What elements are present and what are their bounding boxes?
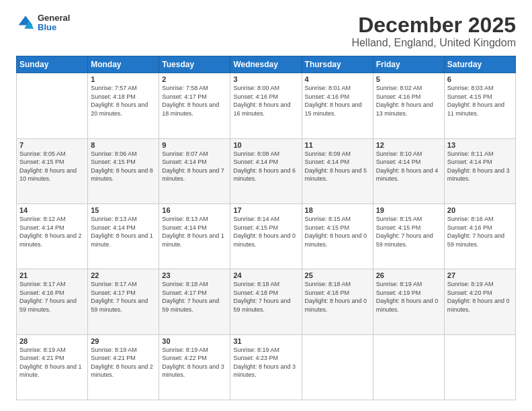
day-info: Sunrise: 8:00 AMSunset: 4:16 PMDaylight:… xyxy=(233,84,298,118)
day-number: 20 xyxy=(447,206,513,214)
day-info: Sunrise: 8:07 AMSunset: 4:14 PMDaylight:… xyxy=(162,150,227,183)
day-number: 31 xyxy=(233,337,298,345)
day-info: Sunrise: 8:03 AMSunset: 4:15 PMDaylight:… xyxy=(447,84,513,118)
day-number: 6 xyxy=(447,75,513,83)
day-cell xyxy=(444,334,515,400)
page-subtitle: Helland, England, United Kingdom xyxy=(351,37,516,49)
day-cell: 15Sunrise: 8:13 AMSunset: 4:14 PMDayligh… xyxy=(88,203,159,269)
day-cell: 19Sunrise: 8:15 AMSunset: 4:15 PMDayligh… xyxy=(373,203,444,269)
day-cell: 24Sunrise: 8:18 AMSunset: 4:18 PMDayligh… xyxy=(230,269,302,334)
day-cell: 28Sunrise: 8:19 AMSunset: 4:21 PMDayligh… xyxy=(17,334,88,400)
day-cell: 20Sunrise: 8:16 AMSunset: 4:16 PMDayligh… xyxy=(444,203,515,269)
day-info: Sunrise: 8:17 AMSunset: 4:17 PMDaylight:… xyxy=(91,280,156,314)
header-cell-monday: Monday xyxy=(88,56,159,73)
day-info: Sunrise: 8:05 AMSunset: 4:15 PMDaylight:… xyxy=(19,150,85,183)
day-cell: 16Sunrise: 8:13 AMSunset: 4:14 PMDayligh… xyxy=(159,203,230,269)
day-number: 7 xyxy=(19,141,85,149)
header-cell-tuesday: Tuesday xyxy=(159,56,230,73)
day-number: 11 xyxy=(305,141,370,149)
day-info: Sunrise: 8:02 AMSunset: 4:16 PMDaylight:… xyxy=(376,84,441,118)
day-info: Sunrise: 8:09 AMSunset: 4:14 PMDaylight:… xyxy=(305,150,370,183)
page-title: December 2025 xyxy=(351,13,516,37)
day-number: 22 xyxy=(91,271,156,279)
day-info: Sunrise: 8:10 AMSunset: 4:14 PMDaylight:… xyxy=(376,150,441,183)
day-number: 2 xyxy=(162,75,227,83)
day-number: 8 xyxy=(91,141,156,149)
day-cell: 23Sunrise: 8:18 AMSunset: 4:17 PMDayligh… xyxy=(159,269,230,334)
week-row-2: 7Sunrise: 8:05 AMSunset: 4:15 PMDaylight… xyxy=(17,138,516,203)
day-number: 4 xyxy=(305,75,370,83)
day-info: Sunrise: 7:57 AMSunset: 4:18 PMDaylight:… xyxy=(91,84,156,118)
day-cell: 5Sunrise: 8:02 AMSunset: 4:16 PMDaylight… xyxy=(373,73,444,138)
day-cell xyxy=(17,73,88,138)
day-cell: 18Sunrise: 8:15 AMSunset: 4:15 PMDayligh… xyxy=(302,203,373,269)
logo-text: General Blue xyxy=(38,13,70,33)
day-cell: 4Sunrise: 8:01 AMSunset: 4:16 PMDaylight… xyxy=(302,73,373,138)
day-cell xyxy=(373,334,444,400)
calendar-body: 1Sunrise: 7:57 AMSunset: 4:18 PMDaylight… xyxy=(17,73,516,400)
header-cell-saturday: Saturday xyxy=(444,56,515,73)
header-cell-wednesday: Wednesday xyxy=(230,56,302,73)
day-number: 16 xyxy=(162,206,227,214)
title-block: December 2025 Helland, England, United K… xyxy=(351,13,516,49)
day-info: Sunrise: 8:11 AMSunset: 4:14 PMDaylight:… xyxy=(447,150,513,183)
day-number: 21 xyxy=(19,271,85,279)
day-number: 23 xyxy=(162,271,227,279)
day-info: Sunrise: 8:19 AMSunset: 4:23 PMDaylight:… xyxy=(233,346,298,379)
day-cell: 6Sunrise: 8:03 AMSunset: 4:15 PMDaylight… xyxy=(444,73,515,138)
day-cell: 1Sunrise: 7:57 AMSunset: 4:18 PMDaylight… xyxy=(88,73,159,138)
day-number: 27 xyxy=(447,271,513,279)
day-cell: 9Sunrise: 8:07 AMSunset: 4:14 PMDaylight… xyxy=(159,138,230,203)
day-info: Sunrise: 8:19 AMSunset: 4:21 PMDaylight:… xyxy=(91,346,156,379)
day-info: Sunrise: 8:19 AMSunset: 4:22 PMDaylight:… xyxy=(162,346,227,379)
day-cell: 10Sunrise: 8:08 AMSunset: 4:14 PMDayligh… xyxy=(230,138,302,203)
calendar-header: SundayMondayTuesdayWednesdayThursdayFrid… xyxy=(17,56,516,73)
day-cell: 12Sunrise: 8:10 AMSunset: 4:14 PMDayligh… xyxy=(373,138,444,203)
day-cell: 8Sunrise: 8:06 AMSunset: 4:15 PMDaylight… xyxy=(88,138,159,203)
header-cell-thursday: Thursday xyxy=(302,56,373,73)
day-number: 17 xyxy=(233,206,298,214)
calendar-table: SundayMondayTuesdayWednesdayThursdayFrid… xyxy=(16,56,516,400)
day-number: 14 xyxy=(19,206,85,214)
day-info: Sunrise: 8:06 AMSunset: 4:15 PMDaylight:… xyxy=(91,150,156,183)
day-number: 28 xyxy=(19,337,85,345)
day-cell: 14Sunrise: 8:12 AMSunset: 4:14 PMDayligh… xyxy=(17,203,88,269)
header-cell-friday: Friday xyxy=(373,56,444,73)
day-number: 18 xyxy=(305,206,370,214)
day-number: 30 xyxy=(162,337,227,345)
day-cell: 17Sunrise: 8:14 AMSunset: 4:15 PMDayligh… xyxy=(230,203,302,269)
day-cell: 7Sunrise: 8:05 AMSunset: 4:15 PMDaylight… xyxy=(17,138,88,203)
day-number: 24 xyxy=(233,271,298,279)
day-cell: 30Sunrise: 8:19 AMSunset: 4:22 PMDayligh… xyxy=(159,334,230,400)
day-number: 10 xyxy=(233,141,298,149)
day-number: 12 xyxy=(376,141,441,149)
day-info: Sunrise: 8:19 AMSunset: 4:21 PMDaylight:… xyxy=(19,346,85,379)
day-info: Sunrise: 8:18 AMSunset: 4:17 PMDaylight:… xyxy=(162,280,227,314)
day-info: Sunrise: 7:58 AMSunset: 4:17 PMDaylight:… xyxy=(162,84,227,118)
week-row-4: 21Sunrise: 8:17 AMSunset: 4:16 PMDayligh… xyxy=(17,269,516,334)
day-info: Sunrise: 8:08 AMSunset: 4:14 PMDaylight:… xyxy=(233,150,298,183)
day-number: 19 xyxy=(376,206,441,214)
day-cell: 29Sunrise: 8:19 AMSunset: 4:21 PMDayligh… xyxy=(88,334,159,400)
day-cell: 27Sunrise: 8:19 AMSunset: 4:20 PMDayligh… xyxy=(444,269,515,334)
day-cell: 26Sunrise: 8:19 AMSunset: 4:19 PMDayligh… xyxy=(373,269,444,334)
logo: General Blue xyxy=(16,13,70,33)
header-cell-sunday: Sunday xyxy=(17,56,88,73)
day-number: 9 xyxy=(162,141,227,149)
header-row: SundayMondayTuesdayWednesdayThursdayFrid… xyxy=(17,56,516,73)
logo-icon xyxy=(16,13,35,32)
day-cell: 2Sunrise: 7:58 AMSunset: 4:17 PMDaylight… xyxy=(159,73,230,138)
day-cell: 11Sunrise: 8:09 AMSunset: 4:14 PMDayligh… xyxy=(302,138,373,203)
day-info: Sunrise: 8:18 AMSunset: 4:18 PMDaylight:… xyxy=(305,280,370,314)
day-number: 3 xyxy=(233,75,298,83)
day-number: 1 xyxy=(91,75,156,83)
day-number: 25 xyxy=(305,271,370,279)
header: General Blue December 2025 Helland, Engl… xyxy=(16,13,516,49)
week-row-3: 14Sunrise: 8:12 AMSunset: 4:14 PMDayligh… xyxy=(17,203,516,269)
day-info: Sunrise: 8:14 AMSunset: 4:15 PMDaylight:… xyxy=(233,215,298,248)
day-info: Sunrise: 8:15 AMSunset: 4:15 PMDaylight:… xyxy=(305,215,370,248)
day-cell: 3Sunrise: 8:00 AMSunset: 4:16 PMDaylight… xyxy=(230,73,302,138)
logo-blue-text: Blue xyxy=(38,23,70,32)
day-info: Sunrise: 8:13 AMSunset: 4:14 PMDaylight:… xyxy=(91,215,156,248)
day-info: Sunrise: 8:19 AMSunset: 4:20 PMDaylight:… xyxy=(447,280,513,314)
